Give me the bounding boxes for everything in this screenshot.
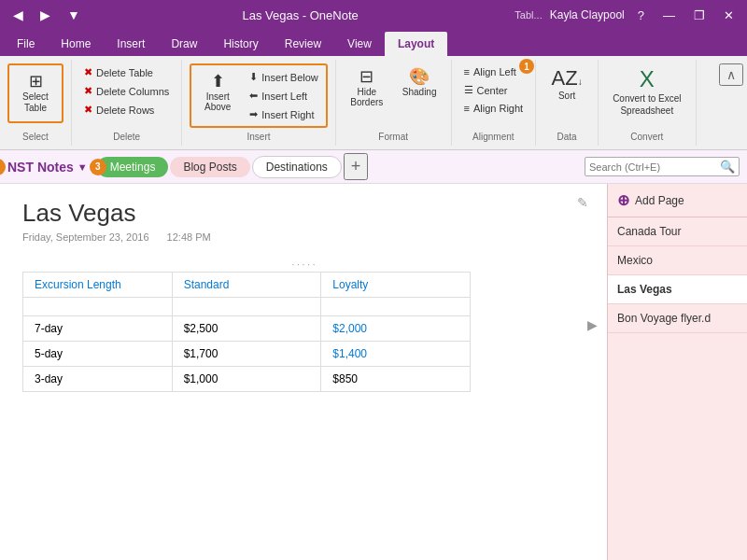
delete-columns-icon: ✖ — [84, 85, 92, 97]
collapse-ribbon-button[interactable]: ∧ — [719, 63, 743, 86]
user-name: Kayla Claypool — [550, 8, 625, 21]
delete-table-icon: ✖ — [84, 66, 92, 78]
alignment-group-label: Alignment — [472, 128, 514, 142]
insert-right-button[interactable]: ➡ Insert Right — [245, 105, 323, 123]
shading-group: 🎨 Shading — [396, 63, 444, 102]
data-group-content: AZ↓ Sort — [543, 63, 590, 128]
tab-layout[interactable]: Layout — [385, 32, 447, 56]
page-item-lasvegas[interactable]: Las Vegas — [608, 275, 747, 304]
table-row: 5-day $1,700 $1,400 — [23, 342, 471, 367]
tab-file[interactable]: File — [4, 32, 48, 56]
tab-destinations[interactable]: Destinations — [252, 156, 342, 178]
page-item-bonvoyage[interactable]: Bon Voyage flyer.d — [608, 304, 747, 333]
ribbon-group-alignment: ≡ Align Left 1 ☰ Center ≡ Align Right Al… — [452, 60, 537, 146]
back-button[interactable]: ◀ — [7, 5, 29, 25]
add-tab-button[interactable]: + — [344, 153, 369, 180]
sort-button[interactable]: AZ↓ Sort — [543, 63, 590, 105]
table-handle-top[interactable]: · · · · · — [22, 258, 585, 272]
notebook-dropdown-icon[interactable]: ▼ — [78, 161, 88, 173]
delete-columns-button[interactable]: ✖ Delete Columns — [79, 82, 174, 100]
tab-blog-posts[interactable]: Blog Posts — [170, 157, 249, 177]
format-buttons: ⊟ HideBorders — [344, 63, 390, 112]
page-item-canada[interactable]: Canada Tour — [608, 217, 747, 246]
insert-right-icon: ➡ — [249, 108, 258, 120]
help-button[interactable]: ? — [632, 7, 650, 24]
ribbon-group-delete: ✖ Delete Table ✖ Delete Columns ✖ Delete… — [72, 60, 182, 146]
tab-meetings[interactable]: 3 Meetings — [97, 157, 169, 177]
insert-right-label: Insert Right — [261, 109, 314, 120]
insert-right-col: ⬇ Insert Below ⬅ Insert Left ➡ Insert Ri… — [245, 68, 323, 123]
insert-group-box: ⬆ InsertAbove ⬇ Insert Below ⬅ Insert Le… — [190, 63, 328, 128]
convert-group-label: Convert — [630, 128, 663, 142]
excel-icon: X — [640, 68, 655, 91]
tab-draw[interactable]: Draw — [158, 32, 210, 56]
tab-review[interactable]: Review — [272, 32, 334, 56]
delete-col: ✖ Delete Table ✖ Delete Columns ✖ Delete… — [79, 63, 174, 119]
shading-button[interactable]: 🎨 Shading — [396, 63, 444, 102]
page-title: Las Vegas — [22, 199, 585, 228]
forward-button[interactable]: ▶ — [35, 5, 56, 25]
edit-icon[interactable]: ✎ — [577, 195, 588, 210]
convert-excel-button[interactable]: X Convert to ExcelSpreadsheet — [606, 63, 687, 121]
convert-group-content: X Convert to ExcelSpreadsheet — [606, 63, 687, 128]
hide-borders-label: HideBorders — [350, 87, 383, 107]
add-page-label: Add Page — [635, 194, 684, 207]
empty-cell-3 — [321, 298, 471, 316]
search-input[interactable] — [589, 161, 720, 173]
delete-rows-button[interactable]: ✖ Delete Rows — [79, 101, 174, 119]
insert-left-icon: ⬅ — [249, 90, 258, 102]
tab-view[interactable]: View — [334, 32, 385, 56]
time-text: 12:48 PM — [167, 231, 211, 243]
main-area: ✎ Las Vegas Friday, September 23, 2016 1… — [0, 184, 747, 560]
excursion-table: Excursion Length Standard Loyalty 7-day … — [22, 272, 471, 392]
center-button[interactable]: ☰ Center — [459, 81, 529, 99]
table-handle-side[interactable]: ▶ — [587, 317, 598, 332]
close-button[interactable]: ✕ — [718, 7, 740, 24]
row1-col3: $2,000 — [321, 316, 471, 342]
insert-left-button[interactable]: ⬅ Insert Left — [245, 87, 323, 105]
insert-below-icon: ⬇ — [249, 71, 258, 83]
data-group-label: Data — [557, 128, 577, 142]
notebook-search: 🔍 — [585, 157, 740, 176]
insert-row1: ⬆ InsertAbove ⬇ Insert Below ⬅ Insert Le… — [194, 68, 323, 123]
row3-col3: $850 — [321, 367, 471, 392]
select-table-label: SelectTable — [22, 91, 49, 114]
hide-borders-button[interactable]: ⊟ HideBorders — [344, 63, 390, 112]
align-left-button[interactable]: ≡ Align Left 1 — [459, 63, 529, 80]
insert-above-button[interactable]: ⬆ InsertAbove — [194, 68, 241, 123]
table-header-row: Excursion Length Standard Loyalty — [23, 273, 471, 298]
row2-col1: 5-day — [23, 342, 173, 367]
ribbon-group-data: AZ↓ Sort Data — [536, 60, 599, 146]
col-standard: Standard — [172, 273, 321, 298]
table-wrapper: · · · · · Excursion Length Standard Loya… — [22, 258, 585, 392]
align-right-button[interactable]: ≡ Align Right — [459, 100, 529, 117]
format-group-label: Format — [378, 128, 408, 142]
add-page-button[interactable]: ⊕ Add Page — [608, 184, 747, 217]
window-title: Las Vegas - OneNote — [86, 8, 515, 22]
hide-borders-icon: ⊟ — [359, 68, 374, 85]
center-icon: ☰ — [464, 84, 473, 96]
badge-1: 1 — [519, 59, 534, 74]
select-table-icon: ⊞ — [29, 73, 43, 90]
delete-table-button[interactable]: ✖ Delete Table — [79, 63, 174, 81]
ribbon-collapse-area: ∧ — [712, 60, 747, 146]
page-item-mexico[interactable]: Mexico — [608, 246, 747, 275]
insert-below-button[interactable]: ⬇ Insert Below — [245, 68, 323, 86]
maximize-button[interactable]: ❐ — [688, 7, 711, 24]
tab-insert[interactable]: Insert — [104, 32, 158, 56]
minimize-button[interactable]: — — [657, 7, 681, 24]
select-table-button[interactable]: ⊞ SelectTable — [12, 68, 59, 119]
align-right-icon: ≡ — [464, 103, 470, 114]
notebook-name: NST Notes — [7, 160, 74, 175]
quick-access-button[interactable]: ▼ — [62, 5, 86, 25]
row2-col2: $1,700 — [172, 342, 321, 367]
ribbon: ⊞ SelectTable Select ✖ Delete Table ✖ De… — [0, 56, 747, 150]
menu-bar: File Home Insert Draw History Review Vie… — [0, 30, 747, 56]
insert-group-content: ⬆ InsertAbove ⬇ Insert Below ⬅ Insert Le… — [190, 63, 328, 128]
ribbon-group-format: ⊟ HideBorders 🎨 Shading Format — [336, 60, 452, 146]
tab-home[interactable]: Home — [48, 32, 104, 56]
search-icon[interactable]: 🔍 — [720, 160, 735, 174]
col-excursion: Excursion Length — [23, 273, 173, 298]
tab-history[interactable]: History — [210, 32, 271, 56]
select-group-label: Select — [22, 128, 49, 142]
